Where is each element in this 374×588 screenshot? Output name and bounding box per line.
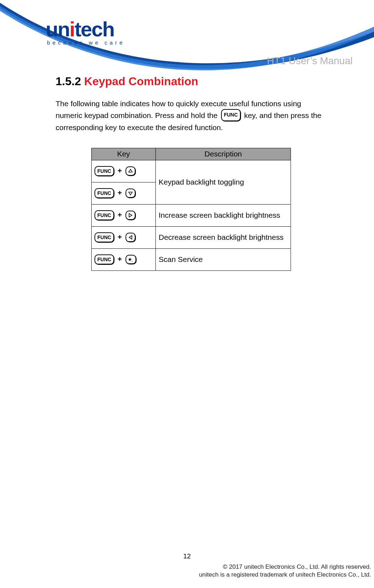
- func-key-icon: FUNC: [94, 166, 114, 176]
- plus-icon: +: [118, 211, 122, 219]
- section-heading: 1.5.2 Keypad Combination: [56, 75, 327, 88]
- brand-name-dot: i: [70, 17, 75, 41]
- table-row: FUNC + Increase screen backlight brightn…: [92, 204, 291, 226]
- func-key-icon: FUNC: [94, 232, 114, 242]
- arrow-up-key-icon: [125, 166, 135, 176]
- section-title: Keypad Combination: [84, 75, 198, 88]
- plus-icon: +: [118, 233, 122, 241]
- plus-icon: +: [118, 189, 122, 197]
- arrow-left-key-icon: [125, 233, 135, 242]
- page-number: 12: [0, 552, 374, 560]
- desc-cell: Decrease screen backlight brightness: [156, 226, 291, 248]
- table-row: FUNC + Keypad backlight toggling: [92, 160, 291, 182]
- func-key-icon: FUNC: [94, 210, 114, 220]
- manual-title: HT1 User’s Manual: [267, 55, 353, 67]
- section-number: 1.5.2: [56, 75, 81, 88]
- footer: © 2017 unitech Electronics Co., Ltd. All…: [199, 563, 371, 579]
- keypad-combination-table: Key Description FUNC + Keypad backlight …: [91, 148, 291, 271]
- plus-icon: +: [118, 255, 122, 263]
- table-row: FUNC + ★. Scan Service: [92, 248, 291, 270]
- brand-name-part1: un: [46, 17, 70, 41]
- desc-cell: Increase screen backlight brightness: [156, 204, 291, 226]
- brand-name-part2: tech: [75, 17, 114, 41]
- brand-tagline: because we care: [46, 40, 125, 46]
- col-header-desc: Description: [156, 148, 291, 160]
- copyright-line-2: unitech is a registered trademark of uni…: [199, 571, 371, 579]
- copyright-line-1: © 2017 unitech Electronics Co., Ltd. All…: [199, 563, 371, 571]
- page: unitech because we care HT1 User’s Manua…: [0, 0, 374, 588]
- brand-logo: unitech because we care: [46, 17, 125, 46]
- intro-paragraph: The following table indicates how to qui…: [56, 98, 327, 134]
- arrow-down-key-icon: [125, 189, 135, 198]
- content: 1.5.2 Keypad Combination The following t…: [56, 75, 327, 271]
- func-key-icon: FUNC: [94, 254, 114, 264]
- table-row: FUNC + Decrease screen backlight brightn…: [92, 226, 291, 248]
- func-key-icon: FUNC: [221, 109, 241, 121]
- star-key-icon: ★.: [125, 255, 136, 264]
- plus-icon: +: [118, 166, 122, 175]
- col-header-key: Key: [92, 148, 156, 160]
- svg-text:.: .: [132, 259, 133, 262]
- desc-cell: Keypad backlight toggling: [156, 160, 291, 204]
- desc-cell: Scan Service: [156, 248, 291, 270]
- func-key-icon: FUNC: [94, 188, 114, 198]
- brand-wordmark: unitech: [46, 17, 125, 41]
- svg-text:★: ★: [128, 257, 132, 262]
- arrow-right-key-icon: [125, 211, 135, 220]
